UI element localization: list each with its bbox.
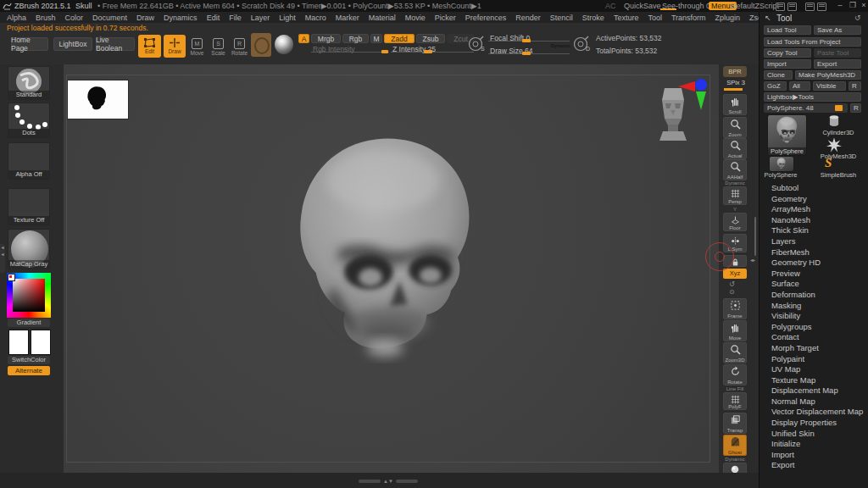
rotate-button[interactable]: R Rotate [231, 38, 248, 55]
bottom-tray-divider[interactable]: ▲▼ [359, 479, 418, 484]
spix-slider-handle[interactable] [724, 88, 743, 91]
menu-item[interactable]: Edit [207, 14, 220, 22]
menu-item[interactable]: Material [369, 14, 396, 22]
tool-subpalette-item[interactable]: Vector Displacement Map [760, 407, 868, 418]
menu-item[interactable]: Stroke [582, 14, 604, 22]
menu-item[interactable]: Marker [336, 14, 359, 22]
mrgb-button[interactable]: Mrgb [311, 34, 341, 43]
ac-toggle[interactable]: AC [605, 2, 616, 10]
recent-polysphere-label[interactable]: PolySphere [764, 171, 798, 179]
rotate3d-button[interactable]: Rotate [723, 364, 747, 385]
menu-item[interactable]: Movie [405, 14, 426, 22]
polysphere-slider-handle[interactable] [835, 105, 843, 111]
draw-button[interactable]: Draw [164, 35, 186, 58]
divider-dock-icon[interactable] [787, 3, 797, 11]
tool-subpalette-item[interactable]: Normal Map [760, 396, 868, 408]
tool-subpalette-item[interactable]: Contact [760, 332, 868, 343]
switch-color-button[interactable]: SwitchColor [8, 356, 50, 364]
rgb-intensity-handle[interactable] [381, 50, 388, 53]
tool-subpalette-item[interactable]: NanoMesh [760, 215, 868, 226]
recent-tool-thumbnail[interactable] [769, 156, 794, 172]
tool-subpalette-item[interactable]: Texture Map [760, 375, 868, 386]
persp-button[interactable]: Persp [723, 186, 747, 205]
menu-item[interactable]: Light [279, 14, 296, 22]
tool-subpalette-item[interactable]: ArrayMesh [760, 204, 868, 215]
strip-scrollbar[interactable] [754, 217, 756, 256]
palette-dock-icon[interactable] [817, 3, 826, 11]
misc-strip-icon[interactable]: ↺ [729, 280, 735, 288]
load-tools-from-project-button[interactable]: Load Tools From Project [764, 37, 861, 47]
menu-item[interactable]: Color [65, 14, 84, 22]
tool-subpalette-item[interactable]: Thick Skin [760, 225, 868, 236]
goz-visible-button[interactable]: Visible [813, 81, 846, 91]
menu-item[interactable]: Layer [251, 14, 270, 22]
goz-r-button[interactable]: R [849, 81, 861, 91]
menu-item[interactable]: Render [515, 14, 541, 22]
simplebrush-label[interactable]: SimpleBrush [812, 171, 865, 179]
tool-subpalette-item[interactable]: Surface [760, 279, 868, 290]
tool-subpalette-item[interactable]: UV Map [760, 364, 868, 375]
lightbox-button[interactable]: LightBox [53, 37, 92, 51]
tool-subpalette-item[interactable]: Export [760, 460, 868, 471]
cylinder3d-label[interactable]: Cylinder3D [812, 129, 865, 136]
axis-gizmo[interactable] [676, 77, 712, 111]
tool-subpalette-item[interactable]: Display Properties [760, 418, 868, 429]
tool-subpalette-item[interactable]: Preview [760, 269, 868, 280]
actual-size-button[interactable]: Actual [723, 138, 747, 159]
a-button[interactable]: A [298, 34, 309, 43]
simplebrush-icon[interactable]: S [825, 156, 838, 169]
tool-subpalette-item[interactable]: FiberMesh [760, 247, 868, 258]
menu-item[interactable]: Alpha [7, 14, 26, 22]
paste-tool-button[interactable]: Paste Tool [814, 48, 861, 58]
skull-model[interactable] [274, 134, 492, 388]
polymesh3d-label[interactable]: PolyMesh3D [812, 152, 865, 160]
main-color-swatch[interactable] [8, 330, 29, 355]
z-intensity-track[interactable] [391, 52, 474, 53]
save-as-button[interactable]: Save As [814, 25, 861, 35]
frame-button[interactable]: Frame [723, 298, 747, 319]
zoom3d-button[interactable]: Zoom3D [723, 342, 747, 363]
move3d-button[interactable]: Move [723, 320, 747, 341]
edit-button[interactable]: Edit [138, 35, 161, 58]
active-tool-thumbnail[interactable]: PolySphere [767, 114, 807, 156]
draw-size-handle[interactable] [522, 52, 531, 55]
divider-bar[interactable] [359, 480, 381, 483]
tool-subpalette-item[interactable]: Geometry HD [760, 258, 868, 269]
clone-button[interactable]: Clone [764, 70, 793, 80]
misc-strip-icon[interactable]: ⊙ [729, 288, 735, 296]
z-intensity-handle[interactable] [424, 50, 432, 53]
scroll-button[interactable]: Scroll [723, 94, 747, 115]
palette-restore-icon[interactable]: ↺ [854, 14, 861, 22]
cylinder3d-icon[interactable] [826, 114, 843, 128]
make-polymesh3d-button[interactable]: Make PolyMesh3D [795, 70, 861, 80]
menu-item[interactable]: Document [92, 14, 127, 22]
texture-selector[interactable]: Texture Off [8, 188, 50, 225]
menu-item[interactable]: Zplugin [715, 14, 741, 22]
slider-r-button[interactable]: R [850, 103, 861, 113]
menu-item[interactable]: Draw [136, 14, 154, 22]
tool-subpalette-item[interactable]: Visibility [760, 311, 868, 322]
quicksave-button[interactable]: QuickSave [624, 2, 661, 10]
load-tool-button[interactable]: Load Tool [764, 25, 811, 35]
brush-selector[interactable]: Standard [8, 66, 50, 100]
minimize-button[interactable]: – [835, 1, 845, 11]
tool-subpalette-item[interactable]: Layers [760, 236, 868, 247]
focal-shift-handle[interactable] [522, 39, 531, 42]
tool-subpalette-item[interactable]: Initialize [760, 439, 868, 450]
tool-subpalette-item[interactable]: Polygroups [760, 322, 868, 333]
floor-button[interactable]: Floor [723, 213, 747, 231]
palette-pick-icon[interactable]: ↖ [765, 14, 771, 22]
tool-subpalette-item[interactable]: Unified Skin [760, 429, 868, 440]
viewport-canvas[interactable] [64, 64, 719, 473]
zscript-button[interactable]: DefaultZScript [731, 2, 779, 10]
gradient-toggle[interactable]: Gradient [8, 319, 50, 327]
density-knob-icon[interactable]: D [573, 34, 591, 53]
tool-subpalette-item[interactable]: Deformation [760, 290, 868, 301]
transparency-button[interactable]: Transp [723, 413, 747, 434]
alpha-selector[interactable]: Alpha Off [8, 142, 50, 180]
secondary-color-swatch[interactable] [31, 330, 51, 355]
divider-dock-icon[interactable] [776, 3, 785, 11]
live-boolean-button[interactable]: Live Boolean [96, 37, 135, 51]
export-tool-button[interactable]: Export [814, 59, 861, 69]
menu-item[interactable]: Brush [36, 14, 56, 22]
